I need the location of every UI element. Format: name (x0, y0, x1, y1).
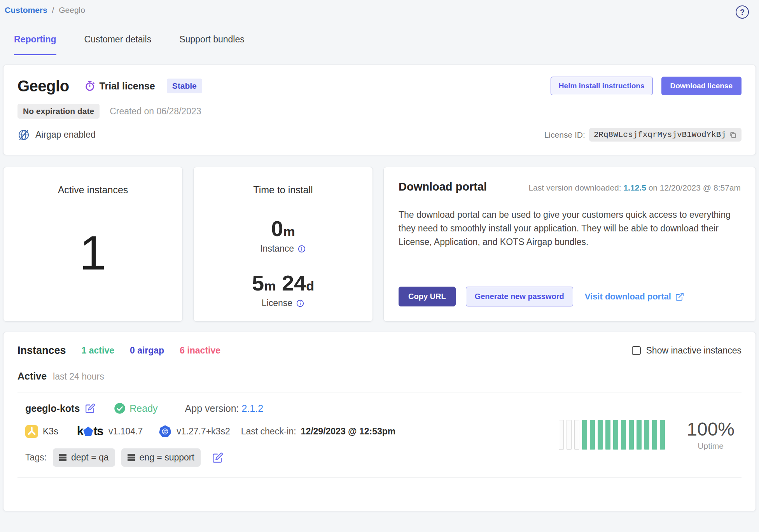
edit-tags-icon[interactable] (212, 452, 223, 463)
last-version-downloaded: Last version downloaded: 1.12.5 on 12/20… (528, 183, 741, 192)
instance-install-label: Instance (260, 243, 294, 254)
download-portal-title: Download portal (399, 180, 487, 193)
status-text: Ready (129, 403, 157, 414)
active-section-sublabel: last 24 hours (53, 371, 104, 382)
expiration-badge: No expiration date (17, 104, 100, 119)
active-instances-title: Active instances (58, 184, 128, 196)
breadcrumb: Customers / Geeglo (5, 5, 85, 15)
uptime-bar-filled (582, 420, 587, 450)
tag-pill: dept = qa (53, 448, 115, 467)
license-install-time: 5m 24d (252, 270, 314, 296)
uptime-widget: 100% Uptime (559, 418, 742, 451)
show-inactive-toggle[interactable]: Show inactive instances (632, 345, 742, 356)
last-checkin-value: 12/29/2023 @ 12:53pm (301, 426, 396, 437)
kots-logo: kts (77, 424, 103, 438)
edit-name-icon[interactable] (85, 403, 95, 413)
channel-badge: Stable (167, 79, 202, 93)
kots-logo-o (83, 427, 93, 436)
tag-icon (59, 457, 66, 458)
visit-download-portal-link[interactable]: Visit download portal (585, 292, 684, 302)
uptime-bar-filled (605, 420, 610, 450)
uptime-bar-filled (621, 420, 626, 450)
uptime-bar-empty (574, 420, 579, 450)
breadcrumb-customers-link[interactable]: Customers (5, 5, 47, 14)
license-id-label: License ID: (544, 130, 585, 140)
uptime-bar-filled (590, 420, 595, 450)
help-icon[interactable]: ? (736, 5, 749, 19)
license-type-label: Trial license (100, 80, 155, 92)
helm-install-instructions-button[interactable]: Helm install instructions (551, 77, 653, 95)
kots-version: v1.104.7 (108, 426, 143, 437)
app-version: App version: 2.1.2 (185, 403, 264, 414)
distribution-name: K3s (43, 426, 58, 437)
uptime-bar-empty (559, 420, 564, 450)
copy-icon[interactable] (729, 131, 737, 139)
check-circle-icon (114, 402, 126, 414)
globe-slash-icon (17, 129, 30, 141)
generate-new-password-button[interactable]: Generate new password (466, 287, 573, 306)
info-icon[interactable] (297, 245, 306, 253)
created-date-text: Created on 06/28/2023 (110, 106, 201, 117)
license-id-value: 2Rq8WLcsjfxqrMysjvB1WodYkBj (589, 128, 742, 142)
tab-customer-details[interactable]: Customer details (84, 34, 152, 55)
tag-text: eng = support (140, 452, 194, 463)
external-link-icon (675, 292, 684, 301)
active-instances-card: Active instances 1 (3, 167, 183, 322)
breadcrumb-separator: / (52, 5, 54, 14)
active-section-label: Active (17, 371, 47, 382)
airgap-count[interactable]: 0 airgap (130, 345, 164, 356)
license-install-label: License (262, 298, 292, 308)
tag-icon (128, 457, 135, 458)
app-version-link[interactable]: 2.1.2 (241, 403, 263, 414)
airgap-status: Airgap enabled (17, 129, 96, 141)
active-count[interactable]: 1 active (82, 345, 114, 356)
divider (17, 478, 742, 478)
uptime-bar-filled (644, 420, 649, 450)
instance-install-time: 0m (260, 216, 306, 241)
tab-support-bundles[interactable]: Support bundles (179, 34, 245, 55)
uptime-bar-empty (567, 420, 572, 450)
tab-reporting[interactable]: Reporting (14, 34, 56, 55)
uptime-bar-filled (637, 420, 642, 450)
download-portal-card: Download portal Last version downloaded:… (383, 167, 756, 322)
uptime-label: Uptime (687, 441, 735, 451)
airgap-label: Airgap enabled (35, 130, 96, 140)
uptime-bar-filled (660, 420, 665, 450)
instances-title: Instances (17, 345, 66, 357)
uptime-bar-filled (598, 420, 603, 450)
download-license-button[interactable]: Download license (661, 77, 742, 95)
kubernetes-icon (159, 425, 171, 438)
uptime-bar-chart (559, 420, 665, 450)
uptime-bar-filled (652, 420, 657, 450)
instance-row: geeglo-kots Ready App version: 2.1.2 (17, 392, 742, 478)
time-to-install-title: Time to install (253, 184, 313, 196)
license-id-text: 2Rq8WLcsjfxqrMysjvB1WodYkBj (594, 130, 726, 139)
last-version-link[interactable]: 1.12.5 (623, 183, 646, 192)
download-portal-description: The download portal can be used to give … (399, 208, 741, 249)
copy-url-button[interactable]: Copy URL (399, 287, 456, 306)
info-icon[interactable] (296, 299, 304, 308)
tag-pill: eng = support (121, 448, 201, 467)
tags-label: Tags: (25, 452, 47, 463)
customer-name: Geeglo (17, 77, 69, 95)
time-to-install-card: Time to install 0m Instance 5m 24d Licen… (193, 167, 373, 322)
breadcrumb-current: Geeglo (59, 5, 85, 14)
uptime-bar-filled (613, 420, 618, 450)
license-card: Geeglo Trial license Stable Helm install… (3, 65, 756, 155)
stopwatch-icon (84, 80, 96, 92)
distribution: K3s (25, 425, 58, 438)
inactive-count[interactable]: 6 inactive (180, 345, 220, 356)
instances-card: Instances 1 active 0 airgap 6 inactive S… (3, 332, 756, 511)
tag-text: dept = qa (71, 452, 109, 463)
instance-name: geeglo-kots (25, 403, 80, 414)
active-instances-value: 1 (80, 196, 107, 310)
status-badge: Ready (114, 402, 157, 414)
show-inactive-label: Show inactive instances (646, 345, 742, 356)
license-type: Trial license (84, 80, 155, 92)
tab-bar: Reporting Customer details Support bundl… (3, 34, 756, 55)
uptime-value: 100% (687, 418, 735, 440)
k8s-version: v1.27.7+k3s2 (177, 426, 230, 437)
last-checkin-label: Last check-in: (241, 426, 296, 437)
show-inactive-checkbox[interactable] (632, 346, 641, 355)
uptime-bar-filled (629, 420, 634, 450)
